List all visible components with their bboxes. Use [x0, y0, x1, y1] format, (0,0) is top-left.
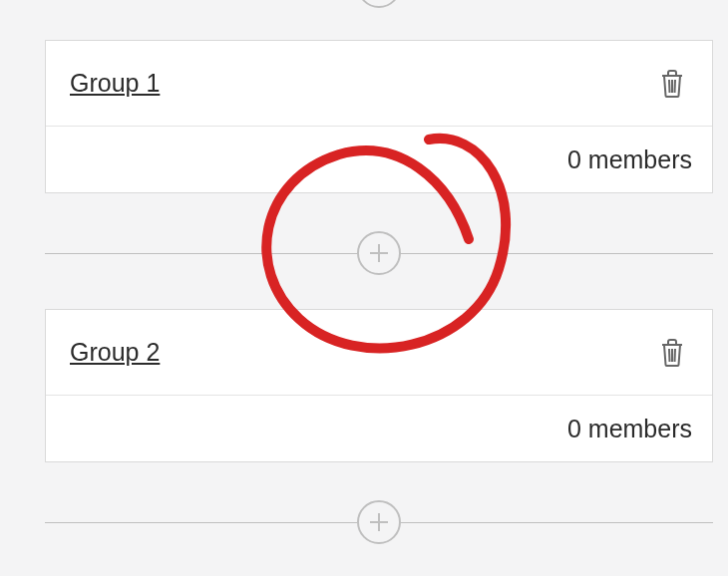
svg-line-4 — [675, 80, 676, 93]
group-header: Group 1 — [46, 41, 712, 127]
trash-icon — [659, 69, 685, 99]
group-header: Group 2 — [46, 310, 712, 396]
group-title-link[interactable]: Group 2 — [70, 338, 160, 367]
group-card: Group 1 0 members — [45, 40, 713, 193]
svg-line-9 — [675, 349, 676, 362]
add-group-row-middle — [45, 231, 713, 275]
group-title-link[interactable]: Group 1 — [70, 69, 160, 98]
divider — [45, 253, 357, 254]
plus-icon — [368, 242, 390, 264]
members-count: 0 members — [567, 415, 692, 443]
add-group-button-bottom[interactable] — [357, 500, 401, 544]
svg-line-7 — [669, 349, 670, 362]
delete-group-button[interactable] — [656, 336, 688, 370]
divider — [45, 522, 357, 523]
svg-line-2 — [669, 80, 670, 93]
add-group-row-bottom — [45, 500, 713, 544]
members-count: 0 members — [567, 145, 692, 174]
add-group-button-middle[interactable] — [357, 231, 401, 275]
group-card: Group 2 0 members — [45, 309, 713, 462]
trash-icon — [659, 338, 685, 368]
page-root: Group 1 0 members Gr — [0, 0, 728, 576]
group-body: 0 members — [46, 396, 712, 461]
add-group-row-top — [45, 0, 713, 8]
group-body: 0 members — [46, 127, 712, 192]
divider — [401, 253, 713, 254]
delete-group-button[interactable] — [656, 67, 688, 101]
plus-icon — [368, 511, 390, 533]
divider — [401, 522, 713, 523]
add-group-button-top[interactable] — [357, 0, 401, 8]
